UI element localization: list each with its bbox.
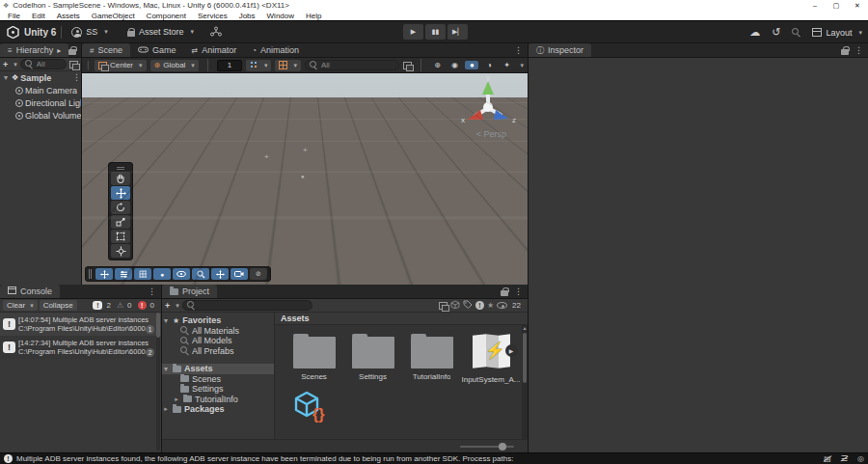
tree-all-models[interactable]: All Models <box>162 336 274 346</box>
minimize-button[interactable]: – <box>804 2 826 9</box>
panel-menu-icon[interactable]: ⋮ <box>514 46 523 55</box>
menu-jobs[interactable]: Jobs <box>233 12 261 20</box>
search-icon[interactable] <box>792 28 800 37</box>
eye-icon[interactable] <box>497 302 507 309</box>
step-button[interactable]: ▶▏ <box>448 24 468 40</box>
grid-snapping-toggle[interactable] <box>134 268 151 280</box>
transform-overlay-toggle[interactable] <box>211 268 229 280</box>
info-count-icon[interactable]: ! <box>93 301 102 310</box>
expander-icon[interactable]: ▸ <box>173 396 180 403</box>
menu-services[interactable]: Services <box>192 12 233 20</box>
expander-icon[interactable]: ▸ <box>162 405 170 413</box>
tool-settings-toggle[interactable] <box>115 268 132 280</box>
camera-preview-toggle[interactable] <box>231 268 248 280</box>
orientation-dropdown[interactable]: ⊕ Global ▾ <box>150 60 199 71</box>
rect-tool[interactable] <box>111 230 130 243</box>
overlay-drag-handle[interactable] <box>111 165 130 171</box>
hierarchy-search[interactable] <box>20 59 67 69</box>
warning-count-icon[interactable]: ⚠ <box>117 301 123 310</box>
overlay-menu-toggle[interactable]: ⊘ <box>250 268 267 280</box>
tree-packages[interactable]: ▸ Packages <box>162 404 274 415</box>
scale-tool[interactable] <box>111 215 130 229</box>
log-entry[interactable]: ! [14:07:54] Multiple ADB server instanc… <box>0 313 161 336</box>
tree-settings[interactable]: Settings <box>162 384 274 395</box>
asset-item-settings[interactable]: Settings <box>343 333 402 384</box>
menu-window[interactable]: Window <box>261 12 300 20</box>
tree-favorites[interactable]: ▼ ★ Favorites <box>162 315 274 326</box>
tab-hierarchy[interactable]: ≡ Hierarchy ▸ <box>0 43 68 57</box>
cache-server-icon[interactable]: ☰ <box>841 454 848 463</box>
gi-disabled-icon[interactable]: ▤ <box>824 454 831 463</box>
row-menu-icon[interactable]: ⋮ <box>72 73 81 82</box>
cloud-icon[interactable]: ☁ <box>749 26 760 39</box>
overlay-drag-handle[interactable] <box>89 269 92 279</box>
error-count-icon[interactable]: ! <box>138 301 147 310</box>
create-asset-button[interactable]: + <box>165 301 170 311</box>
tree-scenes[interactable]: Scenes <box>162 374 274 385</box>
tab-scene[interactable]: # Scene <box>82 43 130 57</box>
lock-icon[interactable] <box>841 49 849 55</box>
hidden-count-icon[interactable]: ! <box>475 301 484 310</box>
visibility-toggle-icon[interactable]: ◑ <box>482 61 496 69</box>
panel-menu-icon[interactable]: ⋮ <box>514 287 523 296</box>
tree-all-prefabs[interactable]: All Prefabs <box>162 346 274 357</box>
tab-animation[interactable]: ◔ Animation <box>244 43 307 57</box>
status-bar[interactable]: ! Multiple ADB server instances found, t… <box>0 452 868 464</box>
tab-project[interactable]: Project <box>162 285 217 298</box>
menu-assets[interactable]: Assets <box>51 12 86 20</box>
snap-settings-dropdown[interactable]: ▾ <box>246 60 272 71</box>
close-button[interactable]: ✕ <box>847 2 868 10</box>
tools-overlay-toggle[interactable] <box>95 268 113 280</box>
menu-edit[interactable]: Edit <box>26 12 51 20</box>
asset-item-inputsystem-actions[interactable]: ⚡ ▶ InputSystem_A... <box>461 333 520 384</box>
project-search-input[interactable] <box>199 301 308 310</box>
favorites-filter-icon[interactable]: ★ <box>487 301 494 310</box>
tab-console[interactable]: Console <box>0 285 60 298</box>
asset-item-scenes[interactable]: Scenes <box>285 333 343 384</box>
audio-toggle-icon[interactable]: ◉ <box>448 61 461 69</box>
lighting-toggle-icon[interactable]: ⊕ <box>430 61 444 69</box>
layout-dropdown[interactable]: Layout ▾ <box>812 28 862 38</box>
panel-menu-icon[interactable]: ⋮ <box>148 287 156 296</box>
scene-search-input[interactable] <box>321 61 395 69</box>
menu-file[interactable]: File <box>2 12 26 20</box>
rotate-tool[interactable] <box>111 201 130 214</box>
gizmos-dropdown-icon[interactable]: ✦ <box>500 61 513 69</box>
scene-viewport[interactable]: + + ● <box>82 73 528 285</box>
perspective-label[interactable]: < Persp <box>476 129 506 139</box>
asset-item-readme[interactable]: {} <box>285 390 522 423</box>
hierarchy-search-input[interactable] <box>37 60 62 68</box>
maximize-button[interactable]: ▢ <box>826 2 847 10</box>
undo-history-icon[interactable]: ↺ <box>772 26 780 39</box>
project-search[interactable] <box>182 300 312 311</box>
console-scrollbar[interactable] <box>156 313 160 450</box>
pivot-dropdown[interactable]: Center ▾ <box>95 60 147 71</box>
tab-animator[interactable]: ⇄ Animator <box>184 43 245 57</box>
asset-item-tutorialinfo[interactable]: TutorialInfo <box>402 333 461 384</box>
label-filter-icon[interactable] <box>463 300 473 311</box>
asset-store-dropdown[interactable]: Asset Store ▾ <box>122 25 199 39</box>
account-dropdown[interactable]: SS ▾ <box>67 25 113 40</box>
hierarchy-item-directional-light[interactable]: Directional Light <box>0 96 81 109</box>
hierarchy-item-main-camera[interactable]: Main Camera <box>0 84 81 96</box>
background-tasks-icon[interactable]: ◎ <box>857 454 864 463</box>
expander-icon[interactable]: ▼ <box>162 317 170 324</box>
collapse-button[interactable]: Collapse <box>40 300 77 311</box>
hierarchy-item-global-volume[interactable]: Global Volume <box>0 109 81 122</box>
orientation-gizmo[interactable]: y x z < Persp <box>456 75 520 150</box>
view-hand-tool[interactable] <box>111 172 130 185</box>
search-options-icon[interactable] <box>403 62 412 69</box>
lock-icon[interactable] <box>501 290 508 296</box>
expander-icon[interactable]: ▼ <box>162 366 170 372</box>
thumbnail-zoom-slider[interactable] <box>460 446 514 448</box>
clear-button[interactable]: Clear ▾ <box>3 300 38 311</box>
effects-toggle-icon[interactable]: ● <box>465 61 478 69</box>
assets-breadcrumb[interactable]: Assets <box>275 313 528 325</box>
pause-button[interactable]: ▮▮ <box>425 24 446 40</box>
scene-search[interactable] <box>305 60 400 70</box>
menu-component[interactable]: Component <box>141 12 192 20</box>
grid-settings-dropdown[interactable]: ▾ <box>275 60 301 71</box>
scene-row[interactable]: ▼ ❖ Sample ⋮ <box>0 71 81 84</box>
move-tool[interactable] <box>111 186 130 200</box>
menu-help[interactable]: Help <box>300 12 327 20</box>
